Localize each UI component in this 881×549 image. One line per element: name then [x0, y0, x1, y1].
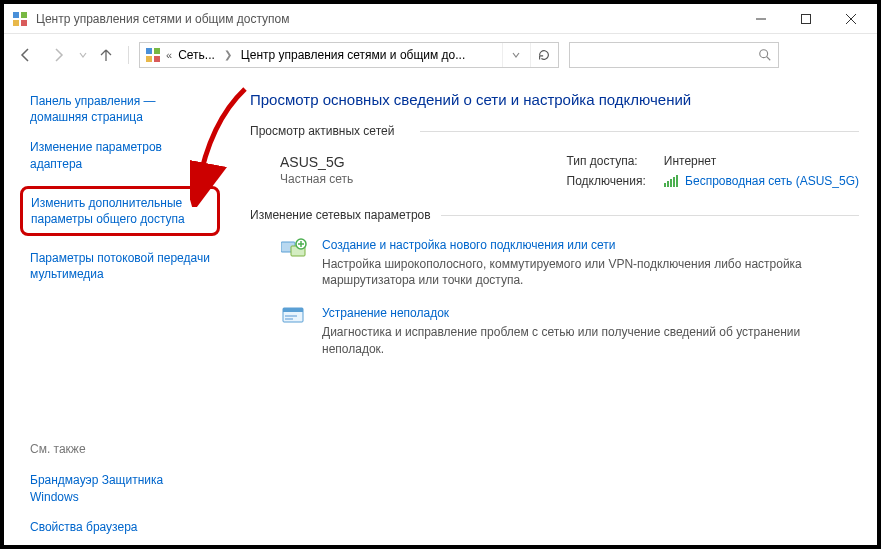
page-heading: Просмотр основных сведений о сети и наст… — [250, 91, 859, 108]
media-streaming-link[interactable]: Параметры потоковой передачи мультимедиа — [30, 250, 212, 282]
refresh-button[interactable] — [530, 43, 556, 67]
network-settings-section: Изменение сетевых параметров — [250, 208, 859, 222]
sidebar: Панель управления — домашняя страница Из… — [4, 75, 222, 545]
back-button[interactable] — [12, 41, 40, 69]
titlebar: Центр управления сетями и общим доступом — [4, 4, 877, 34]
browser-properties-link[interactable]: Свойства браузера — [30, 519, 212, 535]
minimize-button[interactable] — [738, 4, 783, 34]
svg-line-13 — [767, 56, 771, 60]
separator — [128, 46, 129, 64]
troubleshoot-link[interactable]: Устранение неполадок — [322, 306, 449, 320]
svg-rect-25 — [283, 308, 303, 312]
svg-rect-15 — [667, 181, 669, 187]
highlight-annotation: Изменить дополнительные параметры общего… — [20, 186, 220, 236]
svg-rect-18 — [676, 175, 678, 187]
maximize-button[interactable] — [783, 4, 828, 34]
troubleshoot-desc: Диагностика и исправление проблем с сеть… — [322, 324, 859, 356]
control-panel-home-link[interactable]: Панель управления — домашняя страница — [30, 93, 212, 125]
svg-rect-11 — [154, 56, 160, 62]
history-dropdown[interactable] — [76, 41, 90, 69]
new-connection-desc: Настройка широкополосного, коммутируемог… — [322, 256, 859, 288]
breadcrumb-part2[interactable]: Центр управления сетями и общим до... — [237, 48, 469, 62]
main-panel: Просмотр основных сведений о сети и наст… — [222, 75, 877, 545]
chevron-icon[interactable]: ❯ — [221, 49, 235, 60]
forward-button[interactable] — [44, 41, 72, 69]
wifi-icon — [664, 175, 678, 190]
breadcrumb-prefix: « — [166, 49, 172, 61]
access-type-label: Тип доступа: — [567, 154, 646, 168]
address-bar[interactable]: « Сеть... ❯ Центр управления сетями и об… — [139, 42, 559, 68]
network-type: Частная сеть — [280, 172, 567, 186]
svg-rect-10 — [146, 56, 152, 62]
svg-rect-17 — [673, 177, 675, 187]
new-connection-link[interactable]: Создание и настройка нового подключения … — [322, 238, 616, 252]
troubleshoot-icon — [280, 306, 310, 356]
svg-rect-8 — [146, 48, 152, 54]
svg-rect-2 — [13, 20, 19, 26]
svg-rect-14 — [664, 183, 666, 187]
svg-rect-27 — [285, 318, 293, 320]
svg-rect-0 — [13, 12, 19, 18]
window-title: Центр управления сетями и общим доступом — [36, 12, 290, 26]
up-button[interactable] — [94, 41, 118, 69]
address-dropdown-icon[interactable] — [502, 43, 528, 67]
location-icon — [142, 47, 164, 63]
see-also-label: См. также — [30, 442, 212, 456]
control-panel-icon — [12, 11, 28, 27]
svg-rect-16 — [670, 179, 672, 187]
svg-rect-3 — [21, 20, 27, 26]
nav-toolbar: « Сеть... ❯ Центр управления сетями и об… — [4, 34, 877, 75]
advanced-sharing-link[interactable]: Изменить дополнительные параметры общего… — [31, 195, 209, 227]
search-input[interactable] — [569, 42, 779, 68]
search-icon — [758, 48, 772, 62]
connections-label: Подключения: — [567, 174, 646, 188]
svg-rect-9 — [154, 48, 160, 54]
connection-link[interactable]: Беспроводная сеть (ASUS_5G) — [685, 174, 859, 188]
svg-rect-26 — [285, 315, 297, 317]
network-name: ASUS_5G — [280, 154, 567, 170]
defender-firewall-link[interactable]: Брандмауэр Защитника Windows — [30, 472, 212, 504]
active-networks-section: Просмотр активных сетей — [250, 124, 859, 138]
new-connection-icon — [280, 238, 310, 288]
svg-rect-1 — [21, 12, 27, 18]
adapter-settings-link[interactable]: Изменение параметров адаптера — [30, 139, 212, 171]
svg-rect-5 — [801, 14, 810, 23]
breadcrumb-part1[interactable]: Сеть... — [174, 48, 219, 62]
close-button[interactable] — [828, 4, 873, 34]
svg-point-12 — [760, 49, 768, 57]
access-type-value: Интернет — [664, 154, 859, 168]
